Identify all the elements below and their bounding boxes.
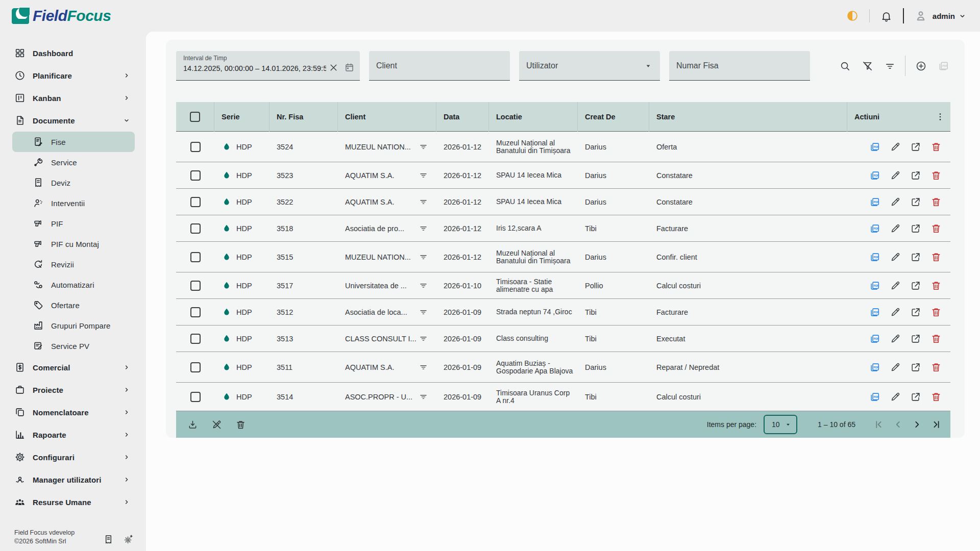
row-pdf-icon[interactable]: PDF: [869, 362, 880, 373]
filter-list-icon[interactable]: [878, 60, 901, 72]
row-delete-icon[interactable]: [930, 170, 942, 181]
next-page-icon[interactable]: [912, 419, 923, 430]
bulk-edit-off-icon[interactable]: [211, 419, 222, 430]
sidebar-item-resurse-umane[interactable]: Resurse Umane: [12, 491, 135, 513]
row-checkbox[interactable]: [190, 170, 201, 181]
row-open-icon[interactable]: [910, 196, 921, 208]
row-delete-icon[interactable]: [930, 196, 942, 208]
sidebar-item-rapoarte[interactable]: Rapoarte: [12, 423, 135, 446]
row-open-icon[interactable]: [910, 362, 921, 373]
sidebar-item-comercial[interactable]: Comercial: [12, 356, 135, 379]
numar-fisa-input[interactable]: Numar Fisa: [669, 51, 810, 81]
calendar-icon[interactable]: [344, 62, 355, 73]
system-settings-icon[interactable]: [123, 534, 134, 545]
row-pdf-icon[interactable]: PDF: [869, 223, 880, 234]
row-edit-icon[interactable]: [890, 333, 901, 344]
row-pdf-icon[interactable]: PDF: [869, 141, 880, 153]
row-edit-icon[interactable]: [890, 252, 901, 263]
client-filter-icon[interactable]: [419, 252, 428, 262]
sidebar-item-interventii[interactable]: Interventii: [12, 193, 135, 213]
client-filter-icon[interactable]: [419, 392, 428, 402]
row-delete-icon[interactable]: [930, 252, 942, 263]
column-header-creat-de[interactable]: Creat De: [578, 102, 649, 132]
row-checkbox[interactable]: [190, 142, 201, 152]
row-pdf-icon[interactable]: PDF: [869, 252, 880, 263]
bulk-delete-icon[interactable]: [235, 419, 246, 430]
client-filter-icon[interactable]: [419, 223, 428, 233]
sidebar-item-grupuri-pompare[interactable]: Grupuri Pompare: [12, 315, 135, 336]
row-checkbox[interactable]: [190, 362, 201, 372]
client-filter-icon[interactable]: [419, 334, 428, 343]
row-delete-icon[interactable]: [930, 280, 942, 291]
row-delete-icon[interactable]: [930, 141, 942, 153]
row-delete-icon[interactable]: [930, 223, 942, 234]
user-menu-chevron-icon[interactable]: [958, 12, 967, 20]
clear-filters-icon[interactable]: [856, 60, 878, 72]
column-header-nr-fisa[interactable]: Nr. Fisa: [270, 102, 338, 132]
column-header-locatie[interactable]: Locatie: [489, 102, 578, 132]
clear-interval-icon[interactable]: [328, 62, 339, 73]
row-pdf-icon[interactable]: PDF: [869, 170, 880, 181]
sidebar-item-fise[interactable]: Fise: [12, 132, 135, 152]
row-checkbox[interactable]: [190, 281, 201, 291]
first-page-icon[interactable]: [873, 419, 884, 430]
row-open-icon[interactable]: [910, 141, 921, 153]
row-delete-icon[interactable]: [930, 391, 942, 403]
client-filter-icon[interactable]: [419, 307, 428, 317]
username[interactable]: admin: [933, 12, 955, 20]
interval-de-timp-field[interactable]: Interval de Timp 14.12.2025, 00:00:00 – …: [176, 51, 360, 81]
row-edit-icon[interactable]: [890, 280, 901, 291]
sidebar-item-nomenclatoare[interactable]: Nomenclatoare: [12, 401, 135, 423]
row-edit-icon[interactable]: [890, 391, 901, 403]
row-edit-icon[interactable]: [890, 307, 901, 318]
sidebar-item-revizii[interactable]: Revizii: [12, 254, 135, 274]
row-pdf-icon[interactable]: PDF: [869, 280, 880, 291]
previous-page-icon[interactable]: [892, 419, 903, 430]
row-checkbox[interactable]: [190, 197, 201, 207]
sidebar-item-automatizari[interactable]: Automatizari: [12, 274, 135, 295]
sidebar-item-service-pv[interactable]: Service PV: [12, 336, 135, 356]
row-open-icon[interactable]: [910, 333, 921, 344]
row-pdf-icon[interactable]: PDF: [869, 196, 880, 208]
row-checkbox[interactable]: [190, 223, 201, 234]
items-per-page-select[interactable]: 10: [764, 415, 797, 434]
client-input[interactable]: Client: [369, 51, 510, 81]
column-menu-icon[interactable]: [935, 112, 945, 122]
sidebar-item-manager-utilizatori[interactable]: Manager utilizatori: [12, 468, 135, 491]
sidebar-item-configurari[interactable]: Configurari: [12, 446, 135, 468]
row-open-icon[interactable]: [910, 223, 921, 234]
row-pdf-icon[interactable]: PDF: [869, 333, 880, 344]
row-pdf-icon[interactable]: PDF: [869, 307, 880, 318]
row-checkbox[interactable]: [190, 252, 201, 262]
select-all-checkbox[interactable]: [190, 112, 200, 122]
row-delete-icon[interactable]: [930, 333, 942, 344]
row-open-icon[interactable]: [910, 307, 921, 318]
sidebar-item-deviz[interactable]: Deviz: [12, 172, 135, 193]
column-header-serie[interactable]: Serie: [214, 102, 270, 132]
row-open-icon[interactable]: [910, 280, 921, 291]
row-edit-icon[interactable]: [890, 196, 901, 208]
row-delete-icon[interactable]: [930, 307, 942, 318]
row-checkbox[interactable]: [190, 334, 201, 344]
row-pdf-icon[interactable]: PDF: [869, 391, 880, 403]
client-filter-icon[interactable]: [419, 170, 428, 180]
row-checkbox[interactable]: [190, 307, 201, 317]
client-filter-icon[interactable]: [419, 281, 428, 290]
row-edit-icon[interactable]: [890, 170, 901, 181]
row-open-icon[interactable]: [910, 391, 921, 403]
sidebar-item-proiecte[interactable]: Proiecte: [12, 379, 135, 401]
client-filter-icon[interactable]: [419, 197, 428, 207]
download-icon[interactable]: [187, 419, 198, 430]
notifications-bell-icon[interactable]: [880, 10, 893, 22]
sidebar-item-service[interactable]: Service: [12, 152, 135, 172]
row-edit-icon[interactable]: [890, 223, 901, 234]
column-header-data[interactable]: Data: [436, 102, 489, 132]
theme-toggle-icon[interactable]: [846, 9, 859, 22]
utilizator-select[interactable]: Utilizator: [519, 51, 660, 81]
add-fisa-icon[interactable]: [910, 60, 932, 72]
row-delete-icon[interactable]: [930, 362, 942, 373]
row-checkbox[interactable]: [190, 392, 201, 402]
sidebar-item-ofertare[interactable]: Ofertare: [12, 295, 135, 315]
row-edit-icon[interactable]: [890, 362, 901, 373]
row-open-icon[interactable]: [910, 252, 921, 263]
